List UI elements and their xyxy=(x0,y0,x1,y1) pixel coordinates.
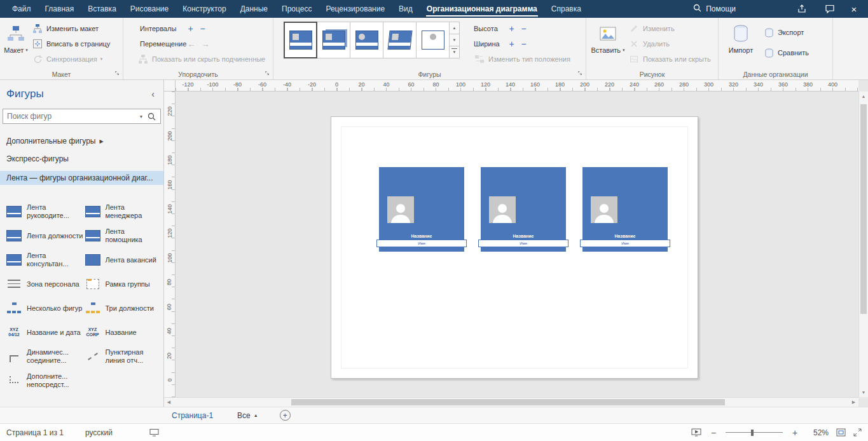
stencil-master[interactable]: Динамичес... соедините... xyxy=(5,345,84,368)
sync-button[interactable]: Синхронизация ▾ xyxy=(29,52,113,66)
gallery-more-icon[interactable]: ▼ xyxy=(449,46,460,58)
stencil-master[interactable]: Несколько фигур xyxy=(5,297,84,320)
close-button[interactable]: × xyxy=(840,0,868,18)
gallery-scroll-up-icon[interactable]: ▲ xyxy=(449,22,460,34)
delete-picture-button[interactable]: Удалить xyxy=(626,37,713,51)
stencil-master[interactable]: Лента руководите... xyxy=(5,200,84,223)
height-decrease-minus-icon[interactable]: − xyxy=(518,23,530,35)
shape-style-option[interactable] xyxy=(317,22,350,58)
zoom-out-button[interactable]: − xyxy=(709,428,718,438)
change-position-type-button[interactable]: Изменить тип положения xyxy=(474,52,573,66)
change-picture-button[interactable]: Изменить xyxy=(626,22,713,36)
comments-icon[interactable] xyxy=(820,0,840,18)
vertical-scrollbar[interactable]: ▲ ▼ xyxy=(858,92,868,397)
page-tab[interactable]: Страница-1 xyxy=(172,411,213,420)
add-page-button[interactable]: + xyxy=(280,410,291,421)
import-button[interactable]: Импорт xyxy=(722,20,759,69)
height-increase-plus-icon[interactable]: + xyxy=(506,23,518,35)
org-chart-shape[interactable]: Название Имя xyxy=(379,167,464,252)
fullscreen-icon[interactable] xyxy=(853,428,862,437)
page-indicator[interactable]: Страница 1 из 1 xyxy=(6,428,64,437)
zoom-slider-thumb[interactable] xyxy=(751,430,754,436)
layout-button[interactable]: Макет▾ xyxy=(1,20,31,69)
quick-shapes-link[interactable]: Экспресс-фигуры xyxy=(6,154,157,163)
stencil-master[interactable]: Лента вакансий xyxy=(84,248,163,271)
stencil-master[interactable]: Дополните... непосредст... xyxy=(5,369,84,392)
presentation-mode-icon[interactable] xyxy=(691,428,701,437)
shape-style-option[interactable] xyxy=(284,22,317,58)
shape-name: Имя xyxy=(580,240,670,247)
dialog-launcher-icon[interactable] xyxy=(114,71,121,77)
stencil-master[interactable]: XYZ CORP Название xyxy=(84,321,163,344)
ribbon-tab[interactable]: Организационная диаграмма xyxy=(420,0,544,18)
ribbon-tab[interactable]: Рецензирование xyxy=(319,0,392,18)
zoom-level[interactable]: 52% xyxy=(807,428,829,437)
horizontal-scrollbar-thumb[interactable] xyxy=(291,399,725,405)
move-right-arrow-icon[interactable]: → xyxy=(198,39,212,49)
language-indicator[interactable]: русский xyxy=(85,428,113,437)
insert-picture-button[interactable]: Вставить▾ xyxy=(591,20,624,69)
stencil-master[interactable]: Лента менеджера xyxy=(84,200,163,223)
drawing-page[interactable]: Название Имя Название Имя xyxy=(331,116,698,379)
change-layout-button[interactable]: Изменить макет xyxy=(29,22,113,36)
help-search[interactable]: Помощи xyxy=(693,0,736,18)
fit-page-to-window-icon[interactable] xyxy=(836,428,846,437)
stencil-master[interactable]: Лента консультан... xyxy=(5,248,84,271)
zoom-slider[interactable] xyxy=(726,428,783,437)
horizontal-scrollbar[interactable]: ◀ ▶ xyxy=(164,397,858,407)
export-button[interactable]: Экспорт xyxy=(761,25,811,39)
ribbon-tab[interactable]: Данные xyxy=(233,0,275,18)
stencil-master[interactable]: XYZ 04/12 Название и дата xyxy=(5,321,84,344)
fit-to-page-button[interactable]: Вписать в страницу xyxy=(29,37,113,51)
drawing-area[interactable]: Название Имя Название Имя xyxy=(176,92,858,397)
show-hide-subordinates-button[interactable]: Показать или скрыть подчиненные xyxy=(137,52,273,66)
scroll-up-icon[interactable]: ▲ xyxy=(859,92,868,101)
stencil-master[interactable]: Рамка группы xyxy=(84,273,163,295)
shape-style-option[interactable] xyxy=(416,22,450,58)
ribbon-tab[interactable]: Конструктор xyxy=(176,0,233,18)
zoom-in-button[interactable]: + xyxy=(790,428,799,438)
stencil-master[interactable]: Зона персонала xyxy=(5,273,84,295)
spacing-increase-plus-icon[interactable]: + xyxy=(184,23,196,35)
stencil-header[interactable]: Лента — фигуры организационной диаг... xyxy=(0,171,163,185)
scroll-right-icon[interactable]: ▶ xyxy=(849,398,858,407)
org-chart-shape[interactable]: Название Имя xyxy=(582,167,668,252)
spacing-decrease-minus-icon[interactable]: − xyxy=(196,23,209,35)
ribbon-tab[interactable]: Главная xyxy=(38,0,81,18)
ribbon-tab[interactable]: Файл xyxy=(5,0,38,18)
horizontal-ruler: -120-100-80-60-40-2002040608010012014016… xyxy=(176,80,858,92)
ribbon-tab[interactable]: Вид xyxy=(392,0,420,18)
chevron-down-icon[interactable]: ▾ xyxy=(136,114,146,119)
shapes-search-box[interactable]: ▾ xyxy=(3,109,161,124)
collapse-panel-chevron-icon[interactable]: ‹ xyxy=(151,89,155,99)
dialog-launcher-icon[interactable] xyxy=(265,71,271,77)
stencil-master[interactable]: Пунктирная линия отч... xyxy=(84,345,163,368)
insert-picture-label: Вставить xyxy=(591,46,621,54)
scroll-left-icon[interactable]: ◀ xyxy=(164,398,174,407)
shape-style-option[interactable] xyxy=(383,22,417,58)
compare-button[interactable]: Сравнить xyxy=(761,46,811,60)
move-left-arrow-icon[interactable]: ← xyxy=(184,39,198,49)
ribbon-tab[interactable]: Рисование xyxy=(123,0,176,18)
show-hide-picture-button[interactable]: Показать или скрыть xyxy=(626,52,713,66)
ribbon-tab[interactable]: Вставка xyxy=(81,0,123,18)
shapes-search-input[interactable] xyxy=(3,112,136,121)
stencil-master[interactable]: Три должности xyxy=(84,297,163,320)
ribbon-tab[interactable]: Процесс xyxy=(275,0,319,18)
dialog-launcher-icon[interactable] xyxy=(577,71,584,77)
vertical-scrollbar-thumb[interactable] xyxy=(860,104,867,314)
more-shapes-link[interactable]: Дополнительные фигуры ▶ xyxy=(6,137,157,146)
stencil-master[interactable]: Лента помощника xyxy=(84,224,163,247)
width-increase-plus-icon[interactable]: + xyxy=(506,38,518,50)
shape-style-option[interactable] xyxy=(350,22,383,58)
gallery-scroll-down-icon[interactable]: ▼ xyxy=(449,34,460,46)
stencil-master[interactable]: Лента должности xyxy=(5,224,84,247)
org-chart-shape[interactable]: Название Имя xyxy=(481,167,566,252)
scroll-down-icon[interactable]: ▼ xyxy=(859,388,868,397)
search-icon[interactable] xyxy=(146,112,160,121)
width-decrease-minus-icon[interactable]: − xyxy=(518,38,530,50)
share-icon[interactable] xyxy=(792,0,812,18)
ribbon-tab[interactable]: Справка xyxy=(544,0,588,18)
all-pages-button[interactable]: Все ▲ xyxy=(237,411,258,420)
display-settings-icon[interactable] xyxy=(149,428,159,437)
